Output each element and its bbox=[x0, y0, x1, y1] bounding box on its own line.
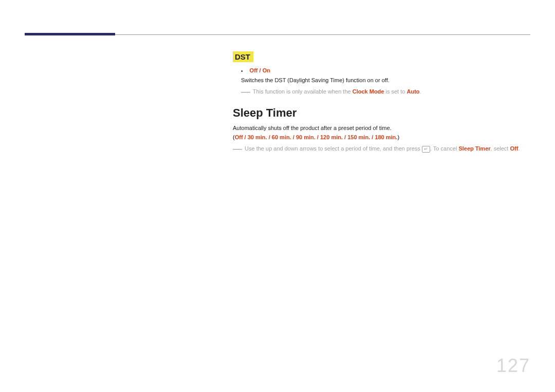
dst-options: • Off / On bbox=[241, 67, 524, 74]
dst-option-off: Off bbox=[250, 67, 258, 73]
sleep-note-prefix: Use the up and down arrows to select a p… bbox=[245, 145, 422, 152]
sleep-note-mid: . To cancel bbox=[430, 145, 458, 152]
dst-slash: / bbox=[257, 67, 262, 73]
sleep-note-off: Off bbox=[510, 145, 518, 152]
dst-note-mid: is set to bbox=[384, 88, 406, 95]
close-paren: ) bbox=[397, 134, 399, 140]
dst-option-on: On bbox=[263, 67, 270, 73]
dst-note-clockmode: Clock Mode bbox=[353, 88, 384, 95]
sleep-slash-3: / bbox=[291, 134, 296, 140]
sleep-opt-60: 60 min. bbox=[272, 134, 291, 140]
sleep-slash-4: / bbox=[316, 134, 320, 140]
sleep-slash-5: / bbox=[343, 134, 347, 140]
sleep-opt-180: 180 min. bbox=[375, 134, 397, 140]
page-number: 127 bbox=[496, 355, 530, 377]
sleep-options: (Off / 30 min. / 60 min. / 90 min. / 120… bbox=[233, 134, 524, 140]
note-dash-icon: ― bbox=[233, 143, 242, 154]
page-content: DST • Off / On Switches the DST (Dayligh… bbox=[233, 51, 524, 154]
sleep-opt-150: 150 min. bbox=[347, 134, 370, 140]
sleep-slash-1: / bbox=[243, 134, 248, 140]
sleep-description: Automatically shuts off the product afte… bbox=[233, 125, 524, 131]
sleep-timer-heading: Sleep Timer bbox=[233, 106, 524, 120]
dst-heading: DST bbox=[233, 51, 253, 62]
dst-note-period: . bbox=[420, 88, 421, 95]
sleep-opt-30: 30 min. bbox=[248, 134, 267, 140]
sleep-opt-90: 90 min. bbox=[296, 134, 316, 140]
header-accent bbox=[25, 33, 115, 35]
sleep-note-sleeptimer: Sleep Timer bbox=[458, 145, 490, 152]
dst-description: Switches the DST (Daylight Saving Time) … bbox=[241, 77, 524, 83]
bullet-icon: • bbox=[241, 68, 243, 74]
sleep-note-select: , select bbox=[491, 145, 510, 152]
dst-note-prefix: This function is only available when the bbox=[253, 88, 353, 95]
note-dash-icon: ― bbox=[241, 86, 250, 97]
sleep-opt-off: Off bbox=[235, 134, 243, 140]
dst-note-auto: Auto bbox=[406, 88, 419, 95]
sleep-opt-120: 120 min. bbox=[320, 134, 343, 140]
sleep-note-period: . bbox=[518, 145, 520, 152]
sleep-slash-6: / bbox=[370, 134, 375, 140]
sleep-slash-2: / bbox=[267, 134, 272, 140]
sleep-note: ― Use the up and down arrows to select a… bbox=[233, 143, 524, 154]
dst-note: ― This function is only available when t… bbox=[241, 86, 524, 97]
enter-icon: ↵ bbox=[422, 146, 430, 153]
